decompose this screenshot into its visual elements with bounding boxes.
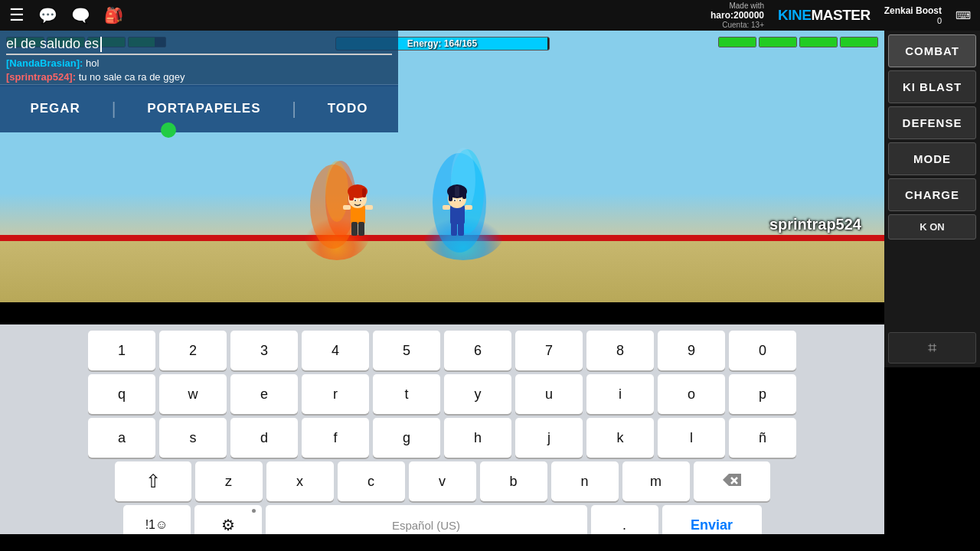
zenkai-boost-label: Zenkai Boost [884,5,942,16]
counter-value: 0 [937,16,942,25]
right-panel: COMBAT KI BLAST DEFENSE MODE CHARGE K ON… [884,31,980,367]
master-part: MASTER [811,7,870,24]
svg-rect-12 [362,188,366,197]
svg-rect-29 [454,200,456,201]
charge-button[interactable]: CHARGE [888,178,976,211]
key-x[interactable]: x [266,461,334,501]
combat-button[interactable]: COMBAT [888,34,976,67]
player-name: sprintrap524 [769,216,861,233]
key-p[interactable]: p [729,374,796,414]
svg-rect-25 [462,188,466,199]
separator-1: | [112,99,116,119]
shift-key[interactable]: ⇧ [115,461,191,501]
svg-rect-20 [365,205,373,210]
keyboard-toggle-icon[interactable]: ⌨ [956,9,971,21]
keyboard: 1 2 3 4 5 6 7 8 9 0 q w e r t y u i o p … [0,324,884,551]
key-7[interactable]: 7 [515,331,583,370]
pegar-button[interactable]: PEGAR [16,96,93,121]
key-v[interactable]: v [409,461,476,501]
key-h[interactable]: h [444,418,511,458]
kine-part: KINE [778,7,811,24]
backspace-icon [720,471,743,492]
svg-rect-15 [354,200,356,201]
key-l[interactable]: l [658,418,725,458]
separator-2: | [292,99,296,119]
hp-bars-right [718,37,878,47]
hamburger-icon[interactable]: ☰ [9,7,24,24]
key-o[interactable]: o [658,374,725,414]
key-1[interactable]: 1 [88,331,155,370]
svg-rect-34 [465,205,472,210]
key-4[interactable]: 4 [302,331,369,370]
key-g[interactable]: g [373,418,440,458]
character-right [436,182,479,240]
todo-button[interactable]: TODO [314,96,382,121]
key-r[interactable]: r [302,374,369,414]
key-6[interactable]: 6 [444,331,511,370]
number-row: 1 2 3 4 5 6 7 8 9 0 [3,331,881,370]
chat-icon[interactable]: 💬 [38,6,57,24]
hp-bar-r4 [840,37,878,47]
key-u[interactable]: u [515,374,583,414]
ki-blast-button[interactable]: KI BLAST [888,70,976,103]
svg-rect-32 [458,222,464,236]
key-eñe[interactable]: ñ [729,418,796,458]
key-a[interactable]: a [88,418,155,458]
msg1-username: [NandaBrasian]: [6,57,83,69]
svg-rect-26 [455,186,459,197]
k-on-button[interactable]: K ON [888,214,976,240]
key-n[interactable]: n [551,461,619,501]
chat-input-line[interactable]: el de saludo es [6,34,392,55]
key-b[interactable]: b [480,461,547,501]
svg-rect-16 [360,200,361,201]
svg-rect-19 [343,205,351,210]
space-label: Español (US) [392,519,460,532]
cuenta-label: Cuenta: 13+ [722,21,764,29]
key-k[interactable]: k [586,418,654,458]
bottom-bar [0,534,980,551]
kinemaster-logo: KINEMASTER [778,7,871,24]
key-m[interactable]: m [622,461,690,501]
key-i[interactable]: i [586,374,654,414]
mode-button[interactable]: MODE [888,142,976,175]
key-5[interactable]: 5 [373,331,440,370]
zxcv-row: ⇧ z x c v b n m [3,461,881,501]
svg-rect-17 [351,222,358,236]
qwerty-row: q w e r t y u i o p [3,374,881,414]
chat-overlay: el de saludo es [NandaBrasian]: hol [spr… [0,31,398,86]
key-s[interactable]: s [159,418,227,458]
portapapeles-button[interactable]: PORTAPAPELES [133,96,274,121]
svg-rect-24 [449,190,452,201]
svg-rect-11 [349,190,354,201]
key-f[interactable]: f [302,418,369,458]
key-e[interactable]: e [230,374,298,414]
svg-rect-30 [459,200,461,201]
key-c[interactable]: c [338,461,405,501]
key-8[interactable]: 8 [586,331,654,370]
key-2[interactable]: 2 [159,331,227,370]
hp-bar-r1 [718,37,756,47]
key-q[interactable]: q [88,374,155,414]
bag-icon[interactable]: 🎒 [104,6,123,24]
key-3[interactable]: 3 [230,331,298,370]
msg1-text: hol [83,57,99,69]
resize-handle-icon[interactable]: ⌗ [888,332,976,364]
key-w[interactable]: w [159,374,227,414]
key-d[interactable]: d [230,418,298,458]
svg-rect-31 [451,222,457,236]
key-j[interactable]: j [515,418,583,458]
key-t[interactable]: t [373,374,440,414]
message-icon[interactable]: 🗨️ [71,6,90,24]
key-0[interactable]: 0 [729,331,796,370]
key-z[interactable]: z [195,461,263,501]
haro-value: haro:200000 [710,10,764,21]
chat-message-1: [NandaBrasian]: hol [6,57,392,69]
user-info: Made with haro:200000 Cuenta: 13+ [710,2,764,29]
key-y[interactable]: y [444,374,511,414]
hp-bar-r3 [799,37,838,47]
hp-bar-r2 [759,37,797,47]
defense-button[interactable]: DEFENSE [888,106,976,139]
backspace-key[interactable] [694,461,770,501]
key-9[interactable]: 9 [658,331,725,370]
popup-menu: PEGAR | PORTAPAPELES | TODO [0,84,398,132]
